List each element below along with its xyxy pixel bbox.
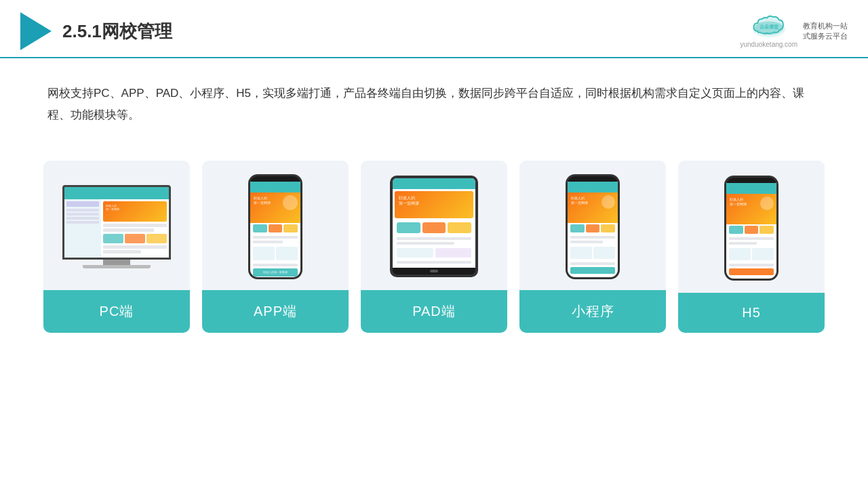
cloud-logo-icon: 云朵课堂 xyxy=(749,15,789,39)
pad-label: PAD端 xyxy=(361,290,507,333)
app-card: 职途人的第一堂网课 职 xyxy=(202,161,349,333)
miniapp-card: 职途人的第一堂网课 xyxy=(519,161,666,333)
miniapp-label: 小程序 xyxy=(519,290,666,333)
logo-area: 云朵课堂 yunduoketang.com 教育机构一站 式服务云平台 xyxy=(740,15,848,48)
page-title: 2.5.1网校管理 xyxy=(62,20,172,43)
logo-url: yunduoketang.com xyxy=(740,41,797,48)
miniapp-image-area: 职途人的第一堂网课 xyxy=(519,161,666,290)
pc-mockup: 职途人的第一堂网课 xyxy=(62,185,171,268)
svg-text:云朵课堂: 云朵课堂 xyxy=(760,23,779,28)
pad-card: 职途人的第一堂网课 PAD xyxy=(361,161,507,333)
h5-image-area: 职途人的第一堂网课 xyxy=(678,161,825,293)
page-header: 2.5.1网校管理 云朵课堂 yunduoketang.com 教育机构一站 式… xyxy=(0,0,868,58)
logo-cloud: 云朵课堂 yunduoketang.com xyxy=(740,15,797,48)
pc-screen: 职途人的第一堂网课 xyxy=(62,185,171,260)
pad-mockup: 职途人的第一堂网课 xyxy=(390,176,478,277)
app-image-area: 职途人的第一堂网课 职 xyxy=(202,161,349,290)
pc-card: 职途人的第一堂网课 xyxy=(43,161,190,333)
h5-label: H5 xyxy=(678,293,825,333)
logo-tagline: 教育机构一站 式服务云平台 xyxy=(803,21,848,42)
play-icon xyxy=(20,12,52,50)
description-text: 网校支持PC、APP、PAD、小程序、H5，实现多端打通，产品各终端自由切换，数… xyxy=(0,58,868,140)
pc-label: PC端 xyxy=(43,290,190,333)
pad-image-area: 职途人的第一堂网课 xyxy=(361,161,507,290)
app-label: APP端 xyxy=(202,290,349,333)
h5-phone-mockup: 职途人的第一堂网课 xyxy=(724,176,778,281)
device-cards-container: 职途人的第一堂网课 xyxy=(0,147,868,333)
miniapp-phone-mockup: 职途人的第一堂网课 xyxy=(566,174,620,279)
header-left: 2.5.1网校管理 xyxy=(20,12,172,50)
pc-image-area: 职途人的第一堂网课 xyxy=(43,161,190,290)
h5-card: 职途人的第一堂网课 xyxy=(678,161,825,333)
app-phone-mockup: 职途人的第一堂网课 职 xyxy=(248,174,302,279)
